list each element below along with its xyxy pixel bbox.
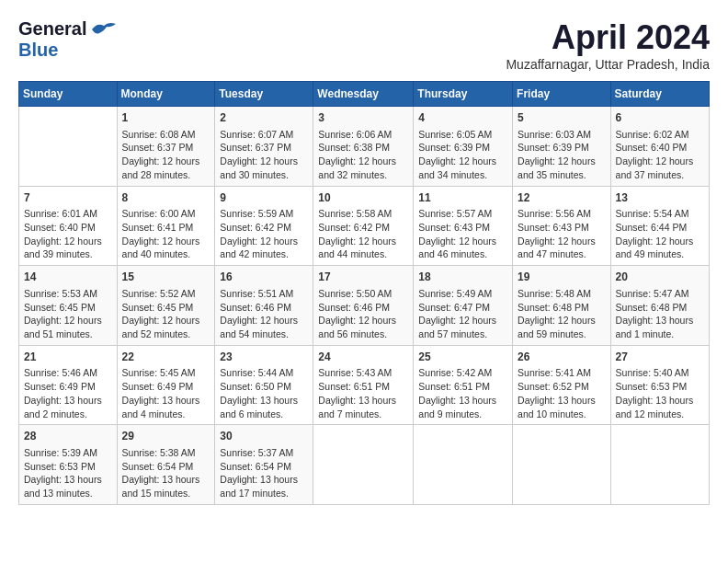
sunset-text: Sunset: 6:43 PM: [518, 221, 606, 235]
day-number: 25: [418, 350, 507, 365]
calendar-cell: 2Sunrise: 6:07 AMSunset: 6:37 PMDaylight…: [215, 107, 313, 187]
sunset-text: Sunset: 6:45 PM: [122, 301, 210, 315]
calendar-cell: 4Sunrise: 6:05 AMSunset: 6:39 PMDaylight…: [414, 107, 513, 187]
logo: General Blue: [18, 18, 118, 61]
weekday-header-row: SundayMondayTuesdayWednesdayThursdayFrid…: [19, 82, 710, 107]
daylight-text: Daylight: 12 hours and 40 minutes.: [122, 235, 210, 261]
calendar-cell: 13Sunrise: 5:54 AMSunset: 6:44 PMDayligh…: [610, 186, 709, 266]
sunrise-text: Sunrise: 5:39 AM: [24, 446, 112, 460]
sunset-text: Sunset: 6:43 PM: [418, 221, 507, 235]
sunset-text: Sunset: 6:50 PM: [220, 380, 308, 394]
weekday-header-saturday: Saturday: [610, 82, 709, 107]
daylight-text: Daylight: 12 hours and 57 minutes.: [418, 314, 507, 340]
sunset-text: Sunset: 6:39 PM: [418, 141, 507, 155]
sunset-text: Sunset: 6:38 PM: [318, 141, 408, 155]
sunrise-text: Sunrise: 5:52 AM: [122, 287, 210, 301]
sunset-text: Sunset: 6:40 PM: [24, 221, 112, 235]
month-title: April 2024: [506, 18, 710, 57]
calendar-cell: 5Sunrise: 6:03 AMSunset: 6:39 PMDaylight…: [513, 107, 611, 187]
calendar-cell: 20Sunrise: 5:47 AMSunset: 6:48 PMDayligh…: [610, 266, 709, 346]
sunrise-text: Sunrise: 5:46 AM: [24, 366, 112, 380]
day-number: 2: [220, 110, 308, 126]
sunset-text: Sunset: 6:53 PM: [616, 380, 704, 394]
sunrise-text: Sunrise: 5:38 AM: [122, 446, 210, 460]
calendar-cell: 14Sunrise: 5:53 AMSunset: 6:45 PMDayligh…: [19, 266, 118, 346]
weekday-header-thursday: Thursday: [414, 82, 513, 107]
sunrise-text: Sunrise: 5:50 AM: [318, 287, 408, 301]
sunrise-text: Sunrise: 5:45 AM: [122, 366, 210, 380]
calendar-cell: 8Sunrise: 6:00 AMSunset: 6:41 PMDaylight…: [117, 186, 215, 266]
calendar-cell: [513, 425, 611, 505]
sunset-text: Sunset: 6:51 PM: [318, 380, 408, 394]
day-number: 7: [24, 190, 112, 206]
day-number: 19: [518, 270, 606, 285]
calendar-cell: 7Sunrise: 6:01 AMSunset: 6:40 PMDaylight…: [19, 186, 118, 266]
day-number: 4: [418, 110, 507, 126]
weekday-header-friday: Friday: [513, 82, 611, 107]
weekday-header-tuesday: Tuesday: [215, 82, 313, 107]
daylight-text: Daylight: 12 hours and 47 minutes.: [518, 235, 606, 261]
day-number: 3: [318, 110, 408, 126]
daylight-text: Daylight: 13 hours and 1 minute.: [616, 314, 704, 340]
sunset-text: Sunset: 6:53 PM: [24, 460, 112, 474]
calendar-cell: 24Sunrise: 5:43 AMSunset: 6:51 PMDayligh…: [313, 345, 414, 425]
daylight-text: Daylight: 12 hours and 34 minutes.: [418, 155, 507, 181]
sunset-text: Sunset: 6:39 PM: [518, 141, 606, 155]
sunset-text: Sunset: 6:49 PM: [24, 380, 112, 394]
calendar-cell: 23Sunrise: 5:44 AMSunset: 6:50 PMDayligh…: [215, 345, 313, 425]
sunset-text: Sunset: 6:37 PM: [122, 141, 210, 155]
calendar-cell: 19Sunrise: 5:48 AMSunset: 6:48 PMDayligh…: [513, 266, 611, 346]
sunrise-text: Sunrise: 6:06 AM: [318, 128, 408, 142]
sunrise-text: Sunrise: 5:44 AM: [220, 366, 308, 380]
day-number: 21: [24, 350, 112, 365]
day-number: 10: [318, 190, 408, 206]
logo-bird-icon: [90, 20, 118, 39]
daylight-text: Daylight: 13 hours and 4 minutes.: [122, 394, 210, 420]
daylight-text: Daylight: 12 hours and 46 minutes.: [418, 235, 507, 261]
calendar-cell: [313, 425, 414, 505]
daylight-text: Daylight: 12 hours and 59 minutes.: [518, 314, 606, 340]
day-number: 15: [122, 270, 210, 285]
calendar-cell: 22Sunrise: 5:45 AMSunset: 6:49 PMDayligh…: [117, 345, 215, 425]
day-number: 16: [220, 270, 308, 285]
logo-blue-text: Blue: [18, 40, 58, 60]
daylight-text: Daylight: 12 hours and 32 minutes.: [318, 155, 408, 181]
sunset-text: Sunset: 6:42 PM: [220, 221, 308, 235]
daylight-text: Daylight: 12 hours and 30 minutes.: [220, 155, 308, 181]
sunrise-text: Sunrise: 5:42 AM: [418, 366, 507, 380]
sunrise-text: Sunrise: 6:00 AM: [122, 207, 210, 221]
daylight-text: Daylight: 12 hours and 49 minutes.: [616, 235, 704, 261]
daylight-text: Daylight: 12 hours and 42 minutes.: [220, 235, 308, 261]
day-number: 9: [220, 190, 308, 206]
day-number: 17: [318, 270, 408, 285]
sunset-text: Sunset: 6:46 PM: [318, 301, 408, 315]
sunset-text: Sunset: 6:54 PM: [122, 460, 210, 474]
calendar-cell: [19, 107, 118, 187]
sunset-text: Sunset: 6:54 PM: [220, 460, 308, 474]
calendar-cell: 11Sunrise: 5:57 AMSunset: 6:43 PMDayligh…: [414, 186, 513, 266]
day-number: 22: [122, 350, 210, 365]
calendar-cell: 25Sunrise: 5:42 AMSunset: 6:51 PMDayligh…: [414, 345, 513, 425]
day-number: 8: [122, 190, 210, 206]
calendar-cell: 1Sunrise: 6:08 AMSunset: 6:37 PMDaylight…: [117, 107, 215, 187]
sunrise-text: Sunrise: 5:58 AM: [318, 207, 408, 221]
logo-general-text: General: [18, 18, 86, 40]
calendar-table: SundayMondayTuesdayWednesdayThursdayFrid…: [18, 81, 710, 505]
calendar-cell: 17Sunrise: 5:50 AMSunset: 6:46 PMDayligh…: [313, 266, 414, 346]
daylight-text: Daylight: 13 hours and 15 minutes.: [122, 473, 210, 500]
sunset-text: Sunset: 6:42 PM: [318, 221, 408, 235]
daylight-text: Daylight: 13 hours and 17 minutes.: [220, 473, 308, 500]
day-number: 18: [418, 270, 507, 285]
daylight-text: Daylight: 12 hours and 28 minutes.: [122, 155, 210, 181]
daylight-text: Daylight: 12 hours and 51 minutes.: [24, 314, 112, 340]
sunrise-text: Sunrise: 5:43 AM: [318, 366, 408, 380]
header: General Blue April 2024 Muzaffarnagar, U…: [18, 18, 710, 72]
sunrise-text: Sunrise: 5:54 AM: [616, 207, 704, 221]
calendar-cell: 15Sunrise: 5:52 AMSunset: 6:45 PMDayligh…: [117, 266, 215, 346]
sunrise-text: Sunrise: 5:48 AM: [518, 287, 606, 301]
week-row-3: 21Sunrise: 5:46 AMSunset: 6:49 PMDayligh…: [19, 345, 710, 425]
sunrise-text: Sunrise: 5:56 AM: [518, 207, 606, 221]
daylight-text: Daylight: 12 hours and 52 minutes.: [122, 314, 210, 340]
day-number: 28: [24, 429, 112, 444]
day-number: 14: [24, 270, 112, 285]
